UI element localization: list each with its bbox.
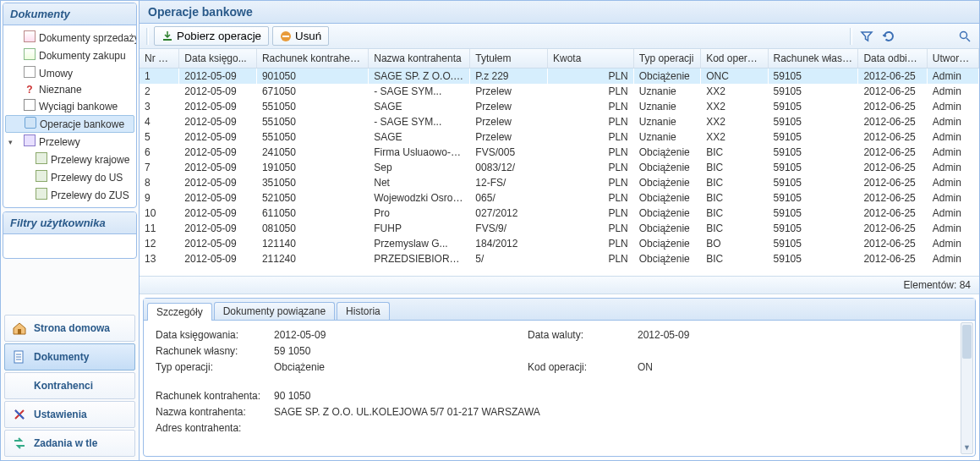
detail-tab[interactable]: Historia: [337, 302, 390, 320]
detail-tab[interactable]: Dokumenty powiązane: [214, 302, 335, 320]
cell: Admin: [927, 251, 978, 266]
download-icon: [162, 30, 173, 42]
table-row[interactable]: 122012-05-09121140Przemyslaw G...184/201…: [140, 236, 979, 251]
cell: 59105: [768, 160, 858, 175]
column-header[interactable]: Data odbioru: [858, 49, 927, 69]
detail-value: 2012-05-09: [638, 329, 807, 341]
cell: 5/: [470, 251, 548, 266]
column-header[interactable]: Tytułem: [470, 49, 548, 69]
column-header[interactable]: Utworzo...: [927, 49, 978, 69]
nav-settings-button[interactable]: Ustawienia: [4, 401, 135, 428]
docs-icon: [12, 349, 27, 365]
column-header[interactable]: Nr por...: [140, 49, 179, 69]
tree-node[interactable]: Dokumenty sprzedaży: [5, 29, 134, 47]
table-row[interactable]: 52012-05-09551050SAGEPrzelewPLNUznanieXX…: [140, 129, 979, 145]
tree-node-label: Przelewy krajowe: [51, 154, 129, 166]
nav-docs-button[interactable]: Dokumenty: [4, 343, 135, 370]
cell: Admin: [927, 99, 978, 114]
scroll-thumb[interactable]: [962, 325, 972, 359]
tree-node[interactable]: Przelewy krajowe: [5, 151, 134, 168]
cell: 2012-06-25: [858, 160, 927, 175]
detail-value: 2012-05-09: [274, 329, 528, 341]
column-header[interactable]: Kwota: [547, 49, 633, 69]
table-row[interactable]: 132012-05-09211240PRZEDSIEBIORS...5/PLNO…: [140, 251, 979, 266]
settings-icon: [12, 407, 27, 422]
tree-node[interactable]: Przelewy do US: [5, 168, 134, 186]
cell: 59105: [768, 69, 858, 85]
cell: 7: [140, 160, 179, 175]
detail-scrollbar[interactable]: ▲ ▼: [961, 322, 973, 454]
cell: Obciążenie: [633, 175, 700, 190]
cell: PLN: [547, 251, 633, 266]
tree-node[interactable]: Umowy: [5, 64, 134, 82]
table-row[interactable]: 82012-05-09351050Net12-FS/PLNObciążenieB…: [140, 175, 979, 190]
cell: 4: [140, 114, 179, 129]
svg-rect-0: [18, 329, 21, 334]
detail-label: Nazwa kontrahenta:: [156, 406, 274, 418]
fetch-operations-label: Pobierz operacje: [177, 30, 261, 42]
table-row[interactable]: 22012-05-09671050- SAGE SYM...PrzelewPLN…: [140, 84, 979, 99]
tree-node[interactable]: ?Nieznane: [5, 82, 134, 97]
nav-home-button[interactable]: Strona domowa: [4, 315, 135, 342]
search-icon[interactable]: [955, 28, 974, 45]
cell: Przelew: [470, 84, 548, 99]
cell: Admin: [927, 69, 978, 85]
detail-tab[interactable]: Szczegóły: [147, 303, 212, 321]
table-row[interactable]: 72012-05-09191050Sep0083/12/PLNObciążeni…: [140, 160, 979, 175]
detail-label: Kod operacji:: [528, 361, 638, 373]
detail-value: Obciążenie: [274, 361, 528, 373]
column-header[interactable]: Rachunek kontrahenta: [256, 49, 368, 69]
cell: 12-FS/: [470, 175, 548, 190]
tree-node-label: Dokumenty sprzedaży: [39, 32, 137, 44]
table-row[interactable]: 12012-05-09901050SAGE SP. Z O.O. ...P.z …: [140, 69, 979, 85]
table-row[interactable]: 92012-05-09521050Wojewodzki Osrod...065/…: [140, 190, 979, 206]
expander-icon[interactable]: ▾: [8, 138, 17, 146]
table-row[interactable]: 42012-05-09551050- SAGE SYM...PrzelewPLN…: [140, 114, 979, 129]
table-row[interactable]: 112012-05-09081050FUHPFVS/9/PLNObciążeni…: [140, 221, 979, 236]
nav-bg-button[interactable]: Zadania w tle: [4, 430, 135, 457]
cell: Przelew: [470, 114, 548, 129]
tree-node[interactable]: Przelewy do ZUS: [5, 186, 134, 204]
table-row[interactable]: 102012-05-09611050Pro027/2012PLNObciążen…: [140, 206, 979, 221]
cell: Admin: [927, 84, 978, 99]
cell: FUHP: [369, 221, 470, 236]
refresh-icon[interactable]: [879, 28, 898, 45]
scroll-down-icon[interactable]: ▼: [961, 442, 972, 453]
tree-node[interactable]: ▾Przelewy: [5, 133, 134, 151]
detail-label: Rachunek własny:: [156, 345, 274, 357]
column-header[interactable]: Nazwa kontrahenta: [369, 49, 470, 69]
column-header[interactable]: Typ operacji: [633, 49, 700, 69]
cell: Admin: [927, 206, 978, 221]
cell: Przelew: [470, 99, 548, 114]
column-header[interactable]: Data księgo...: [179, 49, 257, 69]
column-header[interactable]: Kod operacji: [701, 49, 768, 69]
cell: PLN: [547, 114, 633, 129]
nav-label: Dokumenty: [34, 351, 89, 363]
table-row[interactable]: 62012-05-09241050Firma Usluaowo-Ha...FVS…: [140, 145, 979, 160]
cell: 2012-05-09: [179, 190, 257, 206]
detail-value: SAGE SP. Z O.O. UL.KOLEJOWA 5/7 01-217 W…: [274, 406, 807, 418]
filter-icon[interactable]: [857, 28, 876, 45]
column-header[interactable]: Rachunek własny: [768, 49, 858, 69]
home-icon: [12, 321, 27, 336]
cell: 2012-06-25: [858, 190, 927, 206]
detail-label: Adres kontrahenta:: [156, 422, 274, 434]
tree-node[interactable]: Dokumenty zakupu: [5, 47, 134, 64]
table-row[interactable]: 32012-05-09551050SAGEPrzelewPLNUznanieXX…: [140, 99, 979, 114]
tree-node[interactable]: Wyciągi bankowe: [5, 97, 134, 115]
cell: Obciążenie: [633, 221, 700, 236]
table-header-row: Nr por...Data księgo...Rachunek kontrahe…: [140, 49, 979, 69]
table-scroll[interactable]: Nr por...Data księgo...Rachunek kontrahe…: [140, 49, 979, 277]
cell: 081050: [256, 221, 368, 236]
cell: SAGE: [369, 129, 470, 145]
cell: 3: [140, 99, 179, 114]
nav-contractors-button[interactable]: Kontrahenci: [4, 372, 135, 399]
delete-button[interactable]: Usuń: [272, 26, 329, 46]
tree-node[interactable]: Operacje bankowe: [5, 115, 134, 133]
fetch-operations-button[interactable]: Pobierz operacje: [154, 26, 269, 46]
cell: P.z 229: [470, 69, 548, 85]
minus-icon: [280, 30, 292, 42]
documents-tree: Dokumenty sprzedażyDokumenty zakupuUmowy…: [3, 25, 136, 207]
cell: Obciążenie: [633, 206, 700, 221]
cell: 59105: [768, 129, 858, 145]
